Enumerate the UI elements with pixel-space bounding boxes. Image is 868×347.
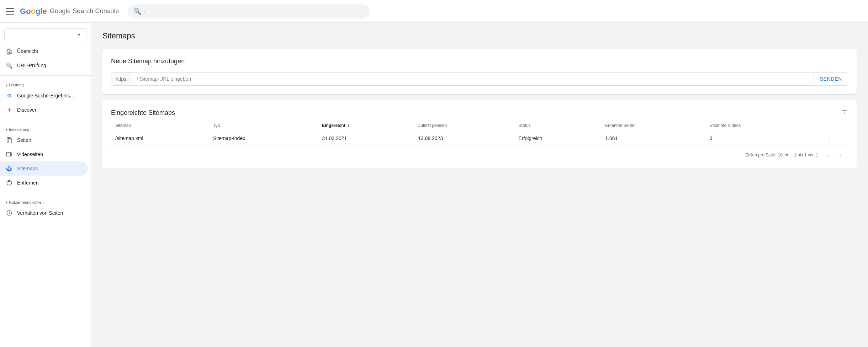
home-icon: 🏠: [6, 48, 13, 55]
sidebar-item-verhalten[interactable]: Verhalten von Seiten: [0, 206, 88, 220]
remove-icon: [6, 179, 13, 186]
divider: [0, 193, 91, 193]
add-sitemap-title: Neue Sitemap hinzufügen: [111, 58, 848, 65]
sidebar-item-discover[interactable]: ✳ Discover: [0, 103, 88, 117]
divider: [0, 120, 91, 120]
col-sitemap: Sitemap: [111, 120, 209, 131]
svg-rect-1: [8, 139, 11, 144]
col-status: Status: [514, 120, 601, 131]
section-leistung[interactable]: ▾ Leistung: [0, 79, 91, 89]
collapse-icon: ▾: [6, 201, 7, 204]
menu-button[interactable]: [6, 7, 14, 16]
col-actions: [812, 120, 848, 131]
sidebar: 🏠 Übersicht 🔍 URL-Prüfung ▾ Leistung G G…: [0, 23, 91, 347]
table-row: /sitemap.xml Sitemap-Index 31.03.2021 13…: [111, 131, 848, 146]
section-nutzerfreundlichkeit[interactable]: ▾ Nutzerfreundlichkeit: [0, 196, 91, 206]
page-title: Sitemaps: [102, 31, 857, 41]
main-content: Sitemaps Neue Sitemap hinzufügen https: …: [91, 23, 868, 347]
cell-type: Sitemap-Index: [209, 131, 318, 146]
asterisk-icon: ✳: [6, 106, 13, 113]
svg-rect-6: [10, 168, 12, 170]
sitemap-url-input[interactable]: [132, 73, 814, 85]
sidebar-item-url-pruefung[interactable]: 🔍 URL-Prüfung: [0, 58, 88, 73]
add-sitemap-card: Neue Sitemap hinzufügen https: SENDEN: [102, 49, 857, 94]
pagination: Zeilen pro Seite: 10 1 bis 1 von 1 ‹ ›: [111, 146, 848, 160]
logo-area: G o o g l e Google Search Console: [20, 7, 119, 16]
search-bar[interactable]: 🔍: [128, 4, 370, 18]
section-indexierung[interactable]: ▾ Indexierung: [0, 123, 91, 133]
sitemaps-icon: [6, 165, 13, 172]
filter-icon[interactable]: [841, 108, 848, 117]
topbar: G o o g l e Google Search Console 🔍: [0, 0, 868, 23]
page-range: 1 bis 1 von 1: [794, 153, 818, 158]
google-logo: G o o g l e: [20, 7, 47, 16]
chevron-down-icon: [785, 154, 788, 156]
col-type: Typ: [209, 120, 318, 131]
pages-behavior-icon: [6, 209, 13, 217]
property-selector[interactable]: [4, 28, 86, 41]
sidebar-item-label: Verhalten von Seiten: [17, 210, 63, 216]
sidebar-item-label: Discover: [17, 107, 36, 113]
row-more-options-button[interactable]: ⋮: [812, 131, 848, 146]
submitted-sitemaps-title: Eingereichte Sitemaps: [111, 109, 175, 117]
search-input[interactable]: [144, 9, 364, 14]
cell-detected-pages: 1.061: [601, 131, 705, 146]
svg-rect-2: [7, 153, 11, 156]
cell-status: Erfolgreich: [514, 131, 601, 146]
video-icon: [6, 151, 13, 158]
chevron-down-icon: [78, 34, 80, 36]
col-submitted[interactable]: Eingereicht ↓: [318, 120, 414, 131]
logo-g2-blue: g: [36, 7, 40, 16]
rows-per-page: Zeilen pro Seite: 10: [745, 153, 788, 158]
sidebar-item-label: Videoseiten: [17, 151, 43, 157]
sidebar-item-seiten[interactable]: Seiten: [0, 133, 88, 147]
section-label: Indexierung: [9, 127, 30, 132]
sidebar-item-uebersicht[interactable]: 🏠 Übersicht: [0, 44, 88, 58]
cell-last-read: 13.08.2023: [414, 131, 514, 146]
app-title: Google Search Console: [50, 7, 119, 15]
svg-rect-4: [9, 166, 10, 167]
col-detected-pages: Erkannte Seiten: [601, 120, 705, 131]
sidebar-item-label: Übersicht: [17, 48, 38, 54]
section-label: Leistung: [9, 83, 24, 87]
google-icon: G: [6, 92, 13, 99]
sidebar-item-entfernen[interactable]: Entfernen: [0, 176, 88, 190]
sitemaps-table: Sitemap Typ Eingereicht ↓ Zuletzt gelese…: [111, 120, 848, 146]
sidebar-item-label: Sitemaps: [17, 166, 38, 171]
cell-detected-videos: 0: [705, 131, 812, 146]
sidebar-item-label: URL-Prüfung: [17, 63, 46, 68]
collapse-icon: ▾: [6, 128, 7, 132]
logo-o-yellow: o: [31, 7, 36, 16]
svg-rect-5: [7, 168, 9, 170]
submitted-sitemaps-card: Eingereichte Sitemaps Sitemap Typ E: [102, 100, 857, 169]
collapse-icon: ▾: [6, 83, 7, 87]
sidebar-item-label: Google Suche-Ergebnis...: [17, 93, 74, 98]
sidebar-item-videoseiten[interactable]: Videoseiten: [0, 147, 88, 161]
rows-per-page-label: Zeilen pro Seite:: [745, 153, 776, 158]
add-sitemap-form: https: SENDEN: [111, 72, 848, 86]
search-icon: 🔍: [6, 62, 13, 69]
table-header-row: Eingereichte Sitemaps: [111, 108, 848, 117]
logo-g-blue: G: [20, 7, 26, 16]
sidebar-item-label: Entfernen: [17, 180, 39, 186]
sidebar-item-sitemaps[interactable]: Sitemaps: [0, 161, 88, 176]
pagination-nav: ‹ ›: [824, 150, 845, 160]
next-page-button[interactable]: ›: [835, 150, 845, 160]
sitemap-url-prefix: https:: [111, 73, 132, 85]
search-icon: 🔍: [133, 7, 141, 15]
divider: [0, 75, 91, 76]
cell-submitted: 31.03.2021: [318, 131, 414, 146]
cell-sitemap: /sitemap.xml: [111, 131, 209, 146]
sidebar-item-google-suche[interactable]: G Google Suche-Ergebnis...: [0, 89, 88, 103]
col-last-read: Zuletzt gelesen: [414, 120, 514, 131]
sort-arrow-icon: ↓: [347, 123, 349, 128]
pages-icon: [6, 137, 13, 144]
send-button[interactable]: SENDEN: [814, 73, 848, 85]
rows-per-page-select[interactable]: 10: [778, 153, 788, 158]
logo-e-red: e: [43, 7, 47, 16]
rows-per-page-value: 10: [778, 153, 783, 158]
logo-o-red: o: [26, 7, 31, 16]
col-detected-videos: Erkannte Videos: [705, 120, 812, 131]
section-label: Nutzerfreundlichkeit: [9, 200, 43, 204]
prev-page-button[interactable]: ‹: [824, 150, 834, 160]
